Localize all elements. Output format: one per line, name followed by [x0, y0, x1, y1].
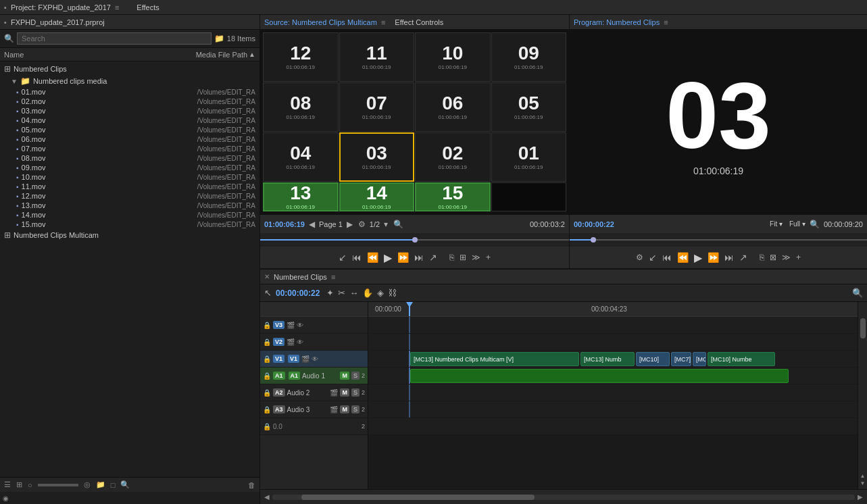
insert-icon[interactable]: ⎘ — [449, 253, 454, 262]
scroll-up-icon[interactable]: ▲ — [860, 473, 866, 479]
film-icon-a3[interactable]: 🎬 — [330, 406, 338, 413]
program-scrubber[interactable] — [570, 233, 867, 247]
prog-mark-out-icon[interactable]: ↗ — [739, 252, 747, 263]
cam-cell-01[interactable]: 01 01:00:06:19 — [491, 132, 567, 182]
size-slider[interactable] — [38, 484, 78, 486]
delete-icon[interactable]: 🗑 — [248, 481, 255, 489]
scroll-right-icon[interactable]: ▶ — [858, 493, 863, 501]
list-item[interactable]: ▪ 10.mov /Volumes/EDIT_RA — [0, 172, 259, 182]
program-zoom-select[interactable]: Fit ▾ — [770, 220, 783, 228]
list-item[interactable]: ▪ 11.mov /Volumes/EDIT_RA — [0, 182, 259, 191]
prog-step-forward-icon[interactable]: ⏩ — [708, 252, 719, 263]
cam-cell-12[interactable]: 12 01:00:06:19 — [263, 32, 339, 82]
list-item[interactable]: ▪ 03.mov /Volumes/EDIT_RA — [0, 106, 259, 116]
timeline-menu-icon[interactable]: ≡ — [331, 273, 335, 281]
m-badge-a3[interactable]: M — [340, 405, 349, 413]
slip-tool-icon[interactable]: ↔ — [349, 288, 358, 298]
cam-cell-09[interactable]: 09 01:00:06:19 — [491, 32, 567, 82]
eye-icon-v1[interactable]: 👁 — [312, 355, 318, 363]
prog-more-icon[interactable]: ≫ — [782, 253, 791, 262]
timeline-ruler[interactable]: 00:00:00 00:00:04:23 — [368, 302, 858, 317]
program-scrubber-handle[interactable] — [591, 237, 596, 243]
effects-tab[interactable]: Effects — [137, 3, 159, 11]
cam-cell-11[interactable]: 11 01:00:06:19 — [339, 32, 415, 82]
prog-mark-in-icon[interactable]: ↙ — [649, 252, 657, 263]
cam-cell-07[interactable]: 07 01:00:06:19 — [339, 82, 415, 132]
hand-tool-icon[interactable]: ✋ — [362, 288, 373, 298]
list-item[interactable]: ▪ 15.mov /Volumes/EDIT_RA — [0, 220, 259, 229]
prog-shuttle-icon[interactable]: ⚙ — [636, 253, 643, 262]
m-badge-a1[interactable]: M — [340, 372, 349, 380]
next-page-icon[interactable]: ▶ — [345, 220, 354, 229]
rewind-icon[interactable]: ⏪ — [367, 252, 378, 263]
prog-rewind-icon[interactable]: ⏪ — [677, 252, 689, 263]
new-item-icon[interactable]: □ — [111, 481, 116, 489]
mark-in-icon[interactable]: ↙ — [339, 252, 347, 263]
list-item[interactable]: ▪ 04.mov /Volumes/EDIT_RA — [0, 116, 259, 125]
next-edit-icon[interactable]: ⏭ — [414, 252, 424, 263]
cam-cell-14[interactable]: 14 01:00:06:19 — [339, 182, 415, 211]
fit-icon[interactable]: 🔍 — [808, 220, 821, 229]
cam-cell-10[interactable]: 10 01:00:06:19 — [415, 32, 491, 82]
program-monitor-menu-icon[interactable]: ≡ — [664, 18, 668, 26]
clip-v1-mc13-main[interactable]: [MC13] Numbered Clips Multicam [V] — [410, 352, 579, 366]
cam-cell-03[interactable]: 03 01:00:06:19 — [339, 132, 415, 182]
more-icon[interactable]: ≫ — [472, 253, 480, 262]
list-item[interactable]: ▼ 📁 Numbered clips media — [0, 75, 259, 87]
prog-add-marker-icon[interactable]: + — [796, 253, 801, 262]
clip-v1-mc10-b[interactable]: [MC10] Numbe — [708, 352, 775, 366]
s-badge-a1[interactable]: S — [351, 372, 360, 380]
lock-icon-extra[interactable]: 🔒 — [263, 423, 271, 430]
m-badge-a2[interactable]: M — [340, 388, 349, 397]
list-item[interactable]: ▪ 13.mov /Volumes/EDIT_RA — [0, 201, 259, 210]
horizontal-scrollbar-thumb[interactable] — [301, 495, 535, 500]
cam-cell-05[interactable]: 05 01:00:06:19 — [491, 82, 567, 132]
prev-page-icon[interactable]: ◀ — [307, 220, 316, 229]
list-item[interactable]: ▪ 08.mov /Volumes/EDIT_RA — [0, 153, 259, 163]
film-icon-a2[interactable]: 🎬 — [330, 389, 338, 397]
icon-btn-1[interactable]: ◎ — [84, 480, 91, 489]
lock-icon-v3[interactable]: 🔒 — [263, 322, 271, 329]
snap-tool-icon[interactable]: ◈ — [377, 288, 384, 298]
cam-cell-08[interactable]: 08 01:00:06:19 — [263, 82, 339, 132]
eye-icon-v3[interactable]: 👁 — [297, 322, 303, 329]
search-tl-icon[interactable]: 🔍 — [852, 288, 863, 298]
settings-icon[interactable]: ⚙ — [357, 220, 367, 229]
sort-arrow-icon[interactable]: ▲ — [249, 51, 255, 58]
add-marker-icon[interactable]: + — [486, 253, 491, 262]
source-monitor-menu-icon[interactable]: ≡ — [381, 18, 385, 26]
clip-v1-mc-x[interactable]: [MC — [693, 352, 706, 366]
horizontal-scrollbar-track[interactable] — [272, 495, 855, 500]
lock-icon-v1[interactable]: 🔒 — [263, 355, 271, 363]
list-item[interactable]: ▪ 09.mov /Volumes/EDIT_RA — [0, 163, 259, 172]
step-forward-icon[interactable]: ⏩ — [397, 252, 409, 263]
scrubber-handle[interactable] — [412, 237, 418, 243]
prog-extract-icon[interactable]: ⊠ — [770, 253, 776, 262]
vertical-scrollbar-thumb[interactable] — [860, 318, 866, 338]
cam-cell-04[interactable]: 04 01:00:06:19 — [263, 132, 339, 182]
clip-v1-mc10[interactable]: [MC10] — [636, 352, 670, 366]
clip-v1-mc7[interactable]: [MC7] — [671, 352, 691, 366]
arrow-tool-icon[interactable]: ↖ — [264, 288, 272, 298]
program-quality-select[interactable]: Full ▾ — [789, 220, 806, 228]
zoom-tool-icon[interactable]: 🔍 — [392, 220, 405, 229]
clip-a1-main[interactable] — [410, 369, 789, 383]
list-item[interactable]: ▪ 12.mov /Volumes/EDIT_RA — [0, 191, 259, 201]
film-icon-v2[interactable]: 🎬 — [287, 338, 295, 346]
list-item[interactable]: ▪ 01.mov /Volumes/EDIT_RA — [0, 87, 259, 97]
s-badge-a3[interactable]: S — [351, 405, 360, 413]
list-view-icon[interactable]: ☰ — [4, 480, 11, 489]
cam-cell-13[interactable]: 13 01:00:06:19 — [263, 182, 339, 211]
razor-tool-icon[interactable]: ✂ — [338, 288, 345, 298]
film-icon-v1[interactable]: 🎬 — [301, 355, 309, 363]
step-back-icon[interactable]: ⏮ — [352, 252, 362, 263]
new-folder-icon[interactable]: 📁 — [96, 480, 105, 489]
list-item[interactable]: ▪ 14.mov /Volumes/EDIT_RA — [0, 210, 259, 220]
size-icon[interactable]: ○ — [28, 481, 32, 489]
lock-icon-v2[interactable]: 🔒 — [263, 338, 271, 346]
s-badge-a2[interactable]: S — [351, 388, 360, 397]
cam-cell-15[interactable]: 15 01:00:06:19 — [415, 182, 491, 211]
cam-cell-02[interactable]: 02 01:00:06:19 — [415, 132, 491, 182]
eye-icon-v2[interactable]: 👁 — [297, 338, 303, 346]
list-item[interactable]: ▪ 05.mov /Volumes/EDIT_RA — [0, 125, 259, 134]
